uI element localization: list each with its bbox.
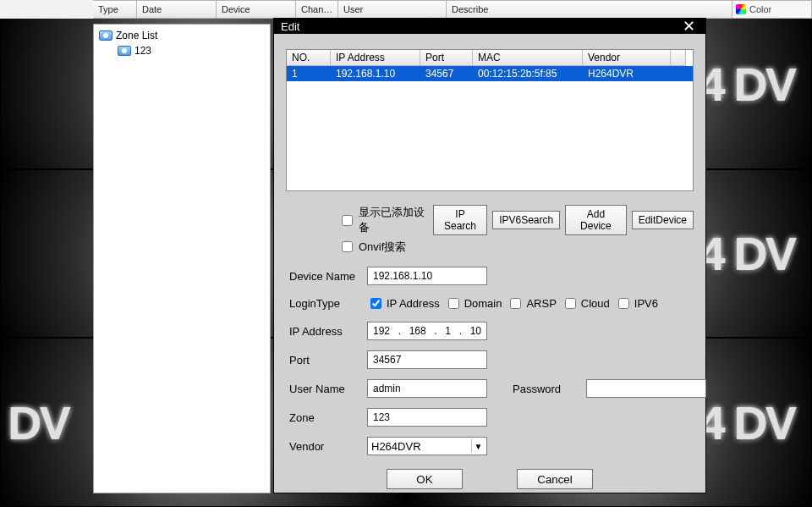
ipv6-search-button[interactable]: IPV6Search [492,211,560,229]
zone-item[interactable]: 123 [99,43,265,58]
zone-root[interactable]: Zone List [99,28,265,43]
search-toolbar: 显示已添加设备 IP Search IPV6Search Add Device … [286,205,694,255]
show-added-checkbox[interactable]: 显示已添加设备 [338,205,428,235]
vendor-select[interactable]: H264DVR ▼ [367,437,487,455]
cell-port: 34567 [420,66,473,81]
zone-root-label: Zone List [116,30,157,41]
cell-mac: 00:12:15:2b:5f:85 [473,66,583,81]
dialog-title: Edit [281,20,299,33]
color-wheel-icon [736,4,746,14]
log-col-type[interactable]: Type [93,0,137,19]
login-type-ip[interactable]: IP Address [367,295,440,311]
dialog-buttons: OK Cancel [286,469,694,489]
login-type-domain[interactable]: Domain [445,295,502,311]
folder-icon [99,30,112,41]
vendor-value: H264DVR [371,440,421,453]
cell-vendor: H264DVR [583,66,671,81]
edit-device-button[interactable]: EditDevice [632,211,694,229]
ok-button[interactable]: OK [387,469,463,489]
edit-dialog: Edit ✕ NO. IP Address Port MAC Vendor 1 … [274,19,705,493]
col-vendor[interactable]: Vendor [583,50,671,66]
zone-item-label: 123 [134,45,151,57]
log-col-device[interactable]: Device [217,0,296,19]
device-form: Device Name LoginType IP Address Domain … [286,267,694,455]
login-type-cloud[interactable]: Cloud [562,295,610,311]
col-port[interactable]: Port [420,50,473,66]
device-table: NO. IP Address Port MAC Vendor 1 192.168… [286,49,694,191]
right-tool-color[interactable]: Color [732,0,812,19]
device-name-input[interactable] [367,267,487,285]
user-name-label: User Name [289,383,360,395]
log-col-chan[interactable]: Chan… [296,0,338,19]
zone-label: Zone [289,411,360,424]
zone-input[interactable] [367,408,487,427]
cell-ip: 192.168.1.10 [331,66,420,81]
device-name-label: Device Name [289,270,360,283]
col-ip[interactable]: IP Address [331,50,420,66]
zone-list-panel: Zone List 123 [93,24,271,493]
password-input[interactable] [586,379,706,398]
port-input[interactable] [367,350,487,369]
log-col-user[interactable]: User [338,0,447,19]
user-name-input[interactable] [367,379,487,398]
close-icon[interactable]: ✕ [679,19,699,34]
cell-no: 1 [287,66,331,81]
log-header: Type Date Device Chan… User Describe [0,0,812,19]
add-device-button[interactable]: Add Device [565,205,626,235]
col-no[interactable]: NO. [287,50,331,66]
col-mac[interactable]: MAC [473,50,583,66]
vendor-label: Vendor [289,440,360,453]
folder-icon [118,46,131,56]
port-label: Port [289,354,360,366]
chevron-down-icon: ▼ [471,439,485,453]
log-col-date[interactable]: Date [137,0,217,19]
ip-search-button[interactable]: IP Search [433,205,487,235]
password-label: Password [513,383,561,395]
ip-address-label: IP Address [289,325,360,338]
login-type-ipv6[interactable]: IPV6 [615,295,658,311]
ip-address-input[interactable]: 192. 168. 1. 10 [367,322,487,340]
cancel-button[interactable]: Cancel [517,469,593,489]
login-type-label: LoginType [289,297,360,310]
dialog-titlebar[interactable]: Edit ✕ [274,19,705,34]
onvif-search-checkbox[interactable]: Onvif搜索 [338,239,406,255]
table-row[interactable]: 1 192.168.1.10 34567 00:12:15:2b:5f:85 H… [287,66,693,81]
login-type-arsp[interactable]: ARSP [507,295,556,311]
